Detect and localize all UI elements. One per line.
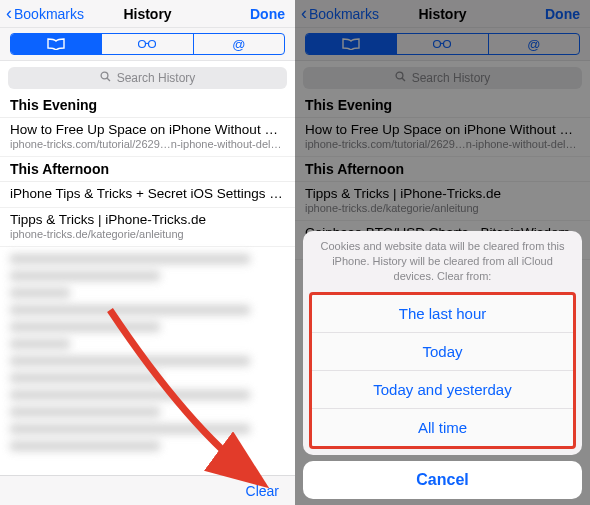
bottom-toolbar: Clear [0,475,295,505]
page-title: History [123,6,171,22]
right-screenshot: ‹ Bookmarks History Done @ [295,0,590,505]
search-placeholder: Search History [117,71,196,85]
row-title: iPhone Tips & Tricks + Secret iOS Settin… [10,186,285,201]
search-input[interactable]: Search History [8,67,287,89]
svg-point-0 [139,41,146,48]
row-title: How to Free Up Space on iPhone Without D… [10,122,285,137]
navbar: ‹ Bookmarks History Done [0,0,295,28]
search-icon [100,71,111,85]
search-container: Search History [0,61,295,93]
history-row[interactable]: How to Free Up Space on iPhone Without D… [0,118,295,157]
clear-option-all-time[interactable]: All time [312,409,573,446]
segmented-control: @ [0,28,295,61]
section-header: This Afternoon [0,157,295,182]
svg-point-2 [101,72,108,79]
history-row[interactable]: Tipps & Tricks | iPhone-Tricks.de iphone… [0,208,295,247]
sheet-message: Cookies and website data will be cleared… [303,231,582,290]
action-sheet: Cookies and website data will be cleared… [303,231,582,499]
cancel-button[interactable]: Cancel [303,461,582,499]
clear-button[interactable]: Clear [246,483,279,499]
section-header: This Evening [0,93,295,118]
svg-line-3 [107,78,110,81]
row-subtitle: iphone-tricks.de/kategorie/anleitung [10,228,285,240]
tab-shared-links[interactable]: @ [194,34,284,54]
tab-bookmarks[interactable] [11,34,102,54]
row-title: Tipps & Tricks | iPhone-Tricks.de [10,212,285,227]
at-icon: @ [232,37,245,52]
clear-option-today-yesterday[interactable]: Today and yesterday [312,371,573,409]
svg-point-1 [149,41,156,48]
left-screenshot: ‹ Bookmarks History Done @ [0,0,295,505]
book-icon [47,38,65,50]
done-button[interactable]: Done [250,6,285,22]
row-subtitle: iphone-tricks.com/tutorial/2629…n-iphone… [10,138,285,150]
clear-option-last-hour[interactable]: The last hour [312,295,573,333]
back-button[interactable]: ‹ Bookmarks [6,5,84,23]
glasses-icon [136,39,158,49]
clear-options-highlight: The last hour Today Today and yesterday … [309,292,576,449]
side-by-side: ‹ Bookmarks History Done @ [0,0,590,505]
chevron-left-icon: ‹ [6,4,12,22]
clear-option-today[interactable]: Today [312,333,573,371]
tab-reading-list[interactable] [102,34,193,54]
history-list: This Evening How to Free Up Space on iPh… [0,93,295,475]
history-row[interactable]: iPhone Tips & Tricks + Secret iOS Settin… [0,182,295,208]
blurred-content [0,254,295,451]
back-label: Bookmarks [14,6,84,22]
